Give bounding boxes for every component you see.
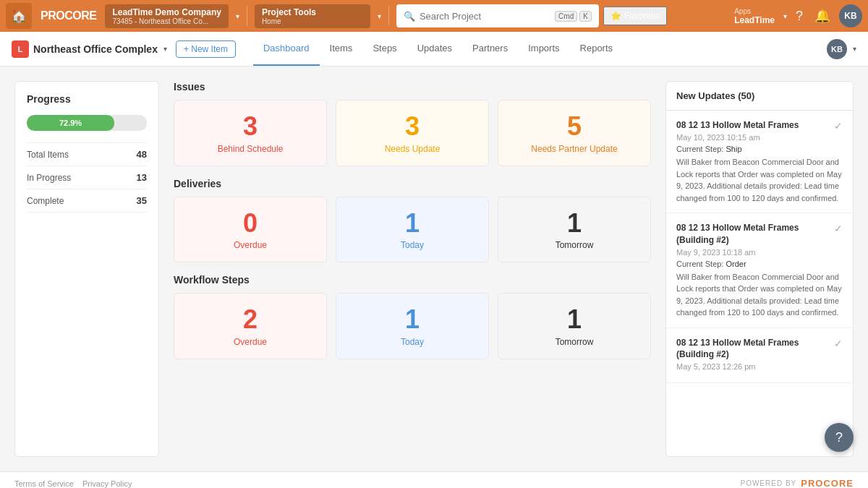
company-id: 73485 - Northeast Office Co... [112,17,221,25]
progress-bar-wrapper: 72.9% [27,115,147,131]
procore-logo: PROCORE [41,9,96,22]
project-tools-dropdown[interactable]: Project Tools Home [255,4,370,28]
new-updates-panel: New Updates (50) 08 12 13 Hollow Metal F… [665,81,854,457]
update-item[interactable]: 08 12 13 Hollow Metal Frames (Building #… [666,213,853,328]
update-date: May 5, 2023 12:26 pm [676,362,843,371]
project-chevron-icon: ▾ [163,45,167,53]
stat-value: 48 [137,149,147,160]
card-label: Needs Partner Update [531,144,617,154]
metric-card[interactable]: 3 Behind Schedule [174,100,327,166]
tab-items[interactable]: Items [320,32,363,66]
stat-value: 13 [137,172,147,183]
stat-row: In Progress13 [27,166,147,189]
tab-reports[interactable]: Reports [570,32,624,66]
project-selector[interactable]: L Northeast Office Complex ▾ [12,40,167,58]
card-number: 3 [243,112,258,141]
new-item-button[interactable]: + New Item [176,40,236,58]
workflow-steps-section: Workflow Steps 2 Overdue 1 Today 1 Tomor… [174,274,651,359]
metric-card[interactable]: 3 Needs Update [336,100,489,166]
nav-divider-1 [247,6,247,26]
terms-link[interactable]: Terms of Service [14,479,74,488]
updates-list: 08 12 13 Hollow Metal Frames ✓ May 10, 2… [666,111,853,383]
main-content: Progress 72.9% Total Items48In Progress1… [0,67,868,471]
search-input[interactable] [420,11,550,22]
stat-value: 35 [137,195,147,206]
procore-footer-logo: PROCORE [801,478,854,488]
card-number: 0 [243,209,258,238]
metric-card[interactable]: 1 Today [336,197,489,263]
footer-logo: POWERED BY PROCORE [740,478,854,488]
card-label: Needs Update [385,144,441,154]
tab-steps[interactable]: Steps [362,32,407,66]
user-avatar-button[interactable]: KB [839,4,862,27]
help-fab-button[interactable]: ? [825,423,854,452]
update-step: Current Step: Order [676,260,843,268]
check-icon: ✓ [834,223,843,234]
tab-partners[interactable]: Partners [462,32,518,66]
deliveries-section: Deliveries 0 Overdue 1 Today 1 Tomorrow [174,178,651,263]
sub-nav-avatar[interactable]: KB [827,39,847,59]
middle-panel: Issues 3 Behind Schedule 3 Needs Update … [174,81,651,457]
sub-nav-tabs: DashboardItemsStepsUpdatesPartnersImport… [253,32,623,66]
progress-bar-fill: 72.9% [27,115,114,131]
progress-panel: Progress 72.9% Total Items48In Progress1… [14,81,159,457]
metric-card[interactable]: 0 Overdue [174,197,327,263]
privacy-link[interactable]: Privacy Policy [82,479,132,488]
card-number: 1 [405,305,420,334]
search-shortcut: Cmd K [555,11,592,22]
card-number: 1 [567,305,582,334]
updates-header: New Updates (50) [666,82,853,111]
cmd-key: Cmd [555,11,577,22]
update-item[interactable]: 08 12 13 Hollow Metal Frames ✓ May 10, 2… [666,111,853,213]
update-body: Will Baker from Beacon Commercial Door a… [676,156,843,204]
apps-name: LeadTime [734,15,775,25]
footer-links: Terms of Service Privacy Policy [14,479,132,488]
update-body: Will Baker from Beacon Commercial Door a… [676,271,843,319]
issues-title: Issues [174,81,651,93]
metric-card[interactable]: 1 Tomorrow [498,293,651,359]
metric-card[interactable]: 5 Needs Partner Update [498,100,651,166]
help-icon-button[interactable]: ? [793,6,806,27]
card-number: 1 [405,209,420,238]
footer: Terms of Service Privacy Policy POWERED … [0,471,868,488]
deliveries-cards: 0 Overdue 1 Today 1 Tomorrow [174,197,651,263]
company-name: LeadTime Demo Company [112,7,221,17]
home-button[interactable]: 🏠 [6,3,32,29]
project-name: Northeast Office Complex [33,43,158,55]
project-tools-chevron-icon: ▾ [378,12,381,20]
deliveries-title: Deliveries [174,178,651,189]
update-item[interactable]: 08 12 13 Hollow Metal Frames (Building #… [666,328,853,384]
favorites-label: Favorites [624,11,660,21]
sub-navigation: L Northeast Office Complex ▾ + New Item … [0,32,868,67]
metric-card[interactable]: 1 Today [336,293,489,359]
company-dropdown[interactable]: LeadTime Demo Company 73485 - Northeast … [105,4,228,28]
card-label: Today [401,337,424,347]
search-bar: 🔍 Cmd K [396,4,599,27]
star-icon: ⭐ [610,11,621,21]
apps-chevron-icon: ▾ [783,12,787,20]
sub-nav-right: KB ▾ [827,39,856,59]
tab-updates[interactable]: Updates [407,32,462,66]
metric-card[interactable]: 1 Tomorrow [498,197,651,263]
progress-title: Progress [27,93,147,105]
search-icon: 🔍 [404,11,415,22]
card-number: 2 [243,305,258,334]
stat-label: In Progress [27,173,71,183]
card-label: Overdue [234,337,267,347]
company-chevron-icon: ▾ [236,12,239,20]
apps-label: Apps [734,7,775,15]
stat-row: Total Items48 [27,143,147,166]
issues-cards: 3 Behind Schedule 3 Needs Update 5 Needs… [174,100,651,166]
card-label: Tomorrow [556,337,594,347]
notifications-bell-icon[interactable]: 🔔 [812,5,833,27]
powered-by-label: POWERED BY [740,479,796,487]
metric-card[interactable]: 2 Overdue [174,293,327,359]
workflow-steps-cards: 2 Overdue 1 Today 1 Tomorrow [174,293,651,359]
issues-section: Issues 3 Behind Schedule 3 Needs Update … [174,81,651,166]
update-date: May 10, 2023 10:15 am [676,133,843,142]
apps-dropdown[interactable]: Apps LeadTime [734,7,775,25]
tab-dashboard[interactable]: Dashboard [253,32,320,66]
favorites-button[interactable]: ⭐ Favorites [603,7,667,25]
project-tools-label: Project Tools [262,7,363,17]
tab-imports[interactable]: Imports [518,32,569,66]
